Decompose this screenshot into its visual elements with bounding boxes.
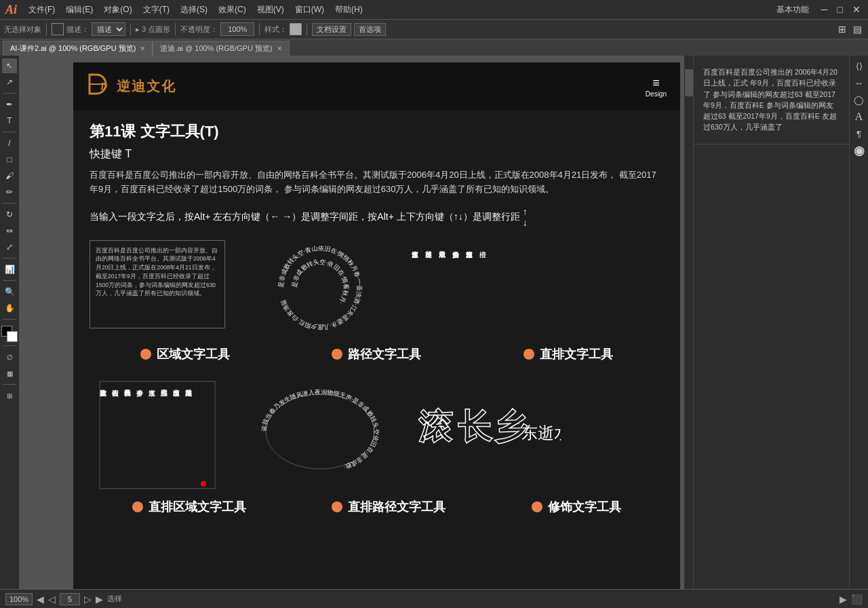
menu-object[interactable]: 对象(O) — [99, 3, 136, 17]
play-btn[interactable]: ▶ — [840, 594, 847, 605]
svg-text:渔翁尽英雄: 渔翁尽英雄 — [425, 251, 433, 259]
first-page-btn[interactable]: ◁ — [48, 594, 56, 605]
design-label: ≡ Design — [646, 76, 667, 98]
expand-right-icon[interactable]: ⟨⟩ — [852, 58, 867, 73]
tool-separator-1 — [3, 93, 16, 94]
svg-text:滚: 滚 — [418, 408, 453, 446]
bullet-path — [332, 349, 342, 360]
reflect-tool[interactable]: ⇔ — [2, 223, 17, 238]
left-toolbar: ↖ ↗ ✒ T / □ 🖌 ✏ ↻ ⇔ ⤢ 📊 🔍 ✋ ∅ ▦ ⊞ — [0, 56, 19, 589]
divider-5 — [307, 23, 307, 35]
vertical-text-svg: 滚滚长江东逝水 渔翁尽英雄 旧是非成败 泊油酒古今多少 相逢滚长江东逝水 浪橙 — [408, 243, 544, 338]
vertical-path-name: 直排路径文字工具 — [348, 499, 446, 515]
pencil-tool[interactable]: ✏ — [2, 185, 17, 200]
vertical-path-label: 直排路径文字工具 — [332, 499, 446, 515]
opacity-input[interactable] — [220, 22, 254, 36]
stroke-style-select[interactable]: 描述 — [92, 22, 125, 36]
menu-edit[interactable]: 编辑(E) — [61, 3, 98, 17]
divider-2 — [130, 23, 131, 35]
next-page-btn[interactable]: ▶ — [96, 594, 103, 605]
workspace-selector[interactable]: 基本功能 — [772, 3, 814, 17]
maximize-icon[interactable]: □ — [835, 4, 845, 15]
zoom-tool[interactable]: 🔍 — [2, 284, 17, 299]
decoration-name: 修饰文字工具 — [548, 499, 621, 515]
close-icon[interactable]: ✕ — [850, 4, 863, 15]
pen-tool[interactable]: ✒ — [2, 97, 17, 112]
brand-name: 逆迪文化 — [117, 77, 176, 96]
fill-none-icon[interactable]: ∅ — [2, 349, 17, 364]
paintbrush-tool[interactable]: 🖌 — [2, 168, 17, 183]
tool-separator-5 — [3, 280, 16, 281]
tab-file-2[interactable]: 逆迪.ai @ 100% (RGB/GPU 预览) ✕ — [153, 41, 289, 56]
point-label: ▸ 3 点圆形 — [136, 24, 170, 35]
direct-select-tool[interactable]: ↗ — [2, 75, 17, 90]
tab-2-close[interactable]: ✕ — [277, 45, 282, 52]
circle-text-svg: 是非成败转头空·青山依旧在·惆悄秋月春·一壶浊酒·江东遥逝水·几度夕阳红·白发渔… — [252, 240, 388, 335]
stroke-label: 描述： — [66, 24, 89, 35]
vertical-scrollbar[interactable] — [684, 56, 693, 589]
graph-tool[interactable]: 📊 — [2, 262, 17, 277]
selection-tool[interactable]: ↖ — [2, 58, 17, 73]
menu-right-area: 基本功能 ─ □ ✕ — [772, 3, 863, 17]
doc-settings-button[interactable]: 文档设置 — [312, 23, 351, 36]
minimize-icon[interactable]: ─ — [819, 4, 830, 15]
gradient-icon[interactable]: ▦ — [2, 366, 17, 381]
menu-text[interactable]: 文字(T) — [138, 3, 174, 17]
tool-separator-6 — [3, 319, 16, 320]
menu-window[interactable]: 窗口(W) — [290, 3, 329, 17]
svg-text:是非成败转头空·依旧在·惆看秋月·: 是非成败转头空·依旧在·惆看秋月· — [291, 258, 349, 305]
rotate-tool[interactable]: ↻ — [2, 207, 17, 222]
svg-text:白发渔翁逝水: 白发渔翁逝水 — [173, 390, 180, 397]
zoom-input[interactable] — [5, 593, 33, 605]
no-selection-label: 无选择对象 — [4, 24, 41, 35]
svg-rect-9 — [100, 381, 215, 489]
tab-1-close[interactable]: ✕ — [140, 45, 145, 52]
menu-effect[interactable]: 效果(C) — [214, 3, 251, 17]
svg-text:浪橙: 浪橙 — [479, 251, 486, 259]
background-swatch[interactable] — [7, 331, 18, 342]
arrange-icon[interactable]: ▤ — [851, 24, 864, 35]
hamburger-icon[interactable]: ≡ — [652, 76, 660, 90]
scale-tool[interactable]: ⤢ — [2, 240, 17, 254]
tools-demo-row-1: 百度百科是百度公司推出的一部内容开放、自由的网络百科全书平台。其测试版于2006… — [90, 240, 664, 335]
right-panel-text: 百度百科是百度公司推出的 2006年4月20日上线，正式 年9月，百度百科已经收… — [694, 56, 849, 145]
stroke-color-swatch[interactable] — [52, 23, 64, 35]
artboards-icon[interactable]: ⊞ — [2, 388, 17, 403]
brand-icon: D — [87, 72, 111, 101]
tool-separator-8 — [3, 384, 16, 385]
right-tool-5[interactable]: ◉ — [852, 143, 867, 158]
menu-select[interactable]: 选择(S) — [176, 3, 212, 17]
divider-3 — [175, 23, 176, 35]
svg-text:依旧在青山: 依旧在青山 — [112, 390, 119, 397]
panel-toggle-icon[interactable]: ⊞ — [836, 24, 848, 35]
svg-point-18 — [201, 481, 206, 487]
scroll-thumb[interactable] — [685, 69, 693, 96]
vertical-area-label: 直排区域文字工具 — [132, 499, 246, 515]
color-swatches[interactable] — [1, 326, 18, 342]
last-page-btn[interactable]: ▷ — [84, 594, 92, 605]
right-tool-1[interactable]: ↔ — [852, 75, 867, 90]
bullet-decoration — [532, 501, 542, 512]
line-tool[interactable]: / — [2, 136, 17, 151]
style-swatch[interactable] — [290, 23, 302, 35]
type-tool[interactable]: T — [2, 113, 17, 128]
svg-text:诶我当春乃发生随风潜入夜润物细无声·是非成败转头空依旧在·是: 诶我当春乃发生随风潜入夜润物细无声·是非成败转头空依旧在·是非成败· — [260, 389, 380, 470]
tool-separator-4 — [3, 258, 16, 259]
tab-file-1[interactable]: AI-课件2.ai @ 100% (RGB/GPU 预览) ✕ — [3, 41, 153, 56]
menu-help[interactable]: 帮助(H) — [330, 3, 368, 17]
menu-file[interactable]: 文件(F) — [24, 3, 60, 17]
right-tool-3[interactable]: A — [852, 109, 867, 124]
menu-view[interactable]: 视图(V) — [252, 3, 289, 17]
svg-text:泊油酒古今多少: 泊油酒古今多少 — [452, 251, 459, 259]
preferences-button[interactable]: 首选项 — [354, 23, 386, 36]
page-input[interactable] — [60, 593, 80, 605]
prev-page-btn[interactable]: ◀ — [37, 594, 44, 605]
right-tool-4[interactable]: ¶ — [852, 126, 867, 141]
arrow-indicator: ↑ ↓ — [523, 206, 528, 228]
rectangle-tool[interactable]: □ — [2, 152, 17, 167]
right-tool-2[interactable]: ◯ — [852, 92, 867, 107]
hand-tool[interactable]: ✋ — [2, 301, 17, 316]
divider-1 — [46, 23, 47, 35]
stop-btn[interactable]: ⬛ — [851, 594, 863, 605]
bullet-vertical-area — [132, 501, 143, 512]
